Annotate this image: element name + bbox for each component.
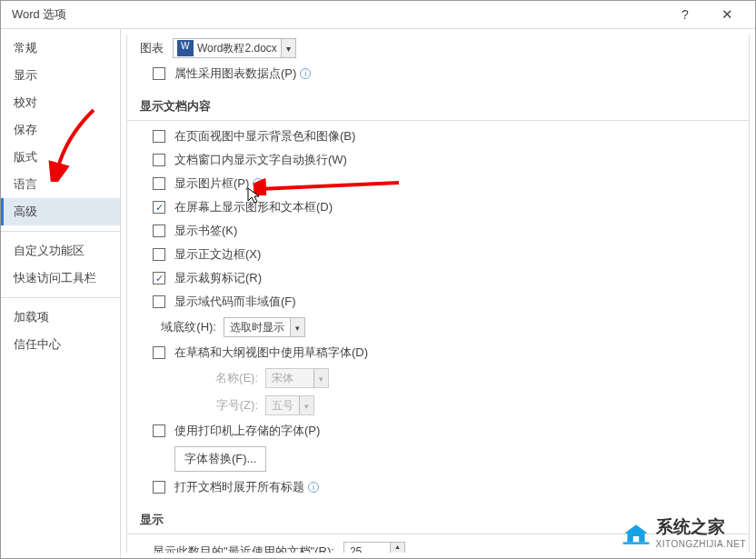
checkbox-drawings[interactable] bbox=[153, 201, 165, 214]
spinner-arrows[interactable]: ▲▼ bbox=[390, 543, 404, 553]
checkbox-chart-datapoints[interactable] bbox=[153, 67, 165, 80]
nav-display[interactable]: 显示 bbox=[1, 62, 120, 89]
checkbox-wrap[interactable] bbox=[153, 154, 165, 166]
nav-customize-ribbon[interactable]: 自定义功能区 bbox=[1, 237, 120, 265]
label-field-codes: 显示域代码而非域值(F) bbox=[174, 294, 296, 310]
label-draft-font: 在草稿和大纲视图中使用草稿字体(D) bbox=[174, 344, 368, 361]
draft-font-name-dropdown: 宋体 ▾ bbox=[265, 368, 329, 388]
recent-docs-spinner[interactable]: 25 ▲▼ bbox=[343, 542, 405, 553]
watermark-title: 系统之家 bbox=[656, 515, 747, 539]
chevron-down-icon[interactable]: ▾ bbox=[281, 39, 295, 57]
checkbox-expand-headings[interactable] bbox=[153, 481, 165, 494]
draft-font-size-label: 字号(Z): bbox=[194, 397, 258, 414]
label-expand-headings: 打开文档时展开所有标题 bbox=[174, 479, 304, 495]
nav-divider bbox=[1, 231, 120, 232]
nav-proofing[interactable]: 校对 bbox=[1, 89, 120, 116]
section-display-doc-content: 显示文档内容 bbox=[127, 91, 749, 121]
chart-section-label: 图表 bbox=[140, 40, 164, 56]
sidebar: 常规 显示 校对 保存 版式 语言 高级 自定义功能区 快速访问工具栏 加载项 … bbox=[1, 29, 121, 558]
watermark-logo-icon bbox=[622, 520, 651, 545]
nav-divider bbox=[1, 297, 120, 298]
svg-rect-0 bbox=[622, 542, 649, 544]
checkbox-bookmarks[interactable] bbox=[153, 225, 165, 237]
label-printer-fonts: 使用打印机上存储的字体(P) bbox=[174, 423, 320, 439]
info-icon[interactable]: i bbox=[308, 482, 319, 493]
font-substitution-button[interactable]: 字体替换(F)... bbox=[174, 446, 266, 472]
recent-docs-value: 25 bbox=[344, 545, 390, 553]
label-bookmarks: 显示书签(K) bbox=[174, 223, 237, 239]
draft-font-name-value: 宋体 bbox=[266, 371, 313, 386]
checkbox-picture-placeholders[interactable] bbox=[153, 177, 165, 190]
checkbox-text-boundaries[interactable] bbox=[153, 248, 165, 261]
label-bg-images: 在页面视图中显示背景色和图像(B) bbox=[174, 128, 355, 145]
watermark: 系统之家 XITONGZHIJIA.NET bbox=[622, 515, 747, 549]
nav-addins[interactable]: 加载项 bbox=[1, 304, 120, 331]
word-doc-icon bbox=[177, 40, 194, 56]
watermark-url: XITONGZHIJIA.NET bbox=[656, 539, 747, 549]
label-drawings: 在屏幕上显示图形和文本框(D) bbox=[174, 199, 333, 215]
nav-quick-access[interactable]: 快速访问工具栏 bbox=[1, 265, 120, 292]
chevron-down-icon: ▾ bbox=[313, 369, 328, 387]
chevron-down-icon[interactable]: ▾ bbox=[290, 318, 304, 336]
chevron-down-icon: ▾ bbox=[299, 396, 313, 414]
content-panel: 图表 Word教程2.docx ▾ 属性采用图表数据点(P) i 显示文档内容 … bbox=[126, 35, 750, 553]
checkbox-field-codes[interactable] bbox=[153, 295, 165, 308]
info-icon[interactable]: i bbox=[253, 178, 264, 189]
draft-font-size-dropdown: 五号 ▾ bbox=[265, 395, 314, 415]
checkbox-printer-fonts[interactable] bbox=[153, 424, 165, 437]
field-shading-value: 选取时显示 bbox=[224, 320, 290, 335]
help-button[interactable]: ? bbox=[664, 7, 706, 22]
field-shading-label: 域底纹(H): bbox=[153, 319, 216, 335]
recent-docs-label: 显示此数目的"最近使用的文档"(R): bbox=[153, 544, 334, 553]
checkbox-draft-font[interactable] bbox=[153, 346, 165, 359]
info-icon[interactable]: i bbox=[300, 68, 311, 79]
document-name: Word教程2.docx bbox=[197, 41, 281, 56]
label-text-boundaries: 显示正文边框(X) bbox=[174, 246, 261, 263]
field-shading-dropdown[interactable]: 选取时显示 ▾ bbox=[224, 317, 305, 337]
nav-trust-center[interactable]: 信任中心 bbox=[1, 331, 120, 358]
draft-font-size-value: 五号 bbox=[266, 398, 299, 414]
window-title: Word 选项 bbox=[12, 6, 664, 23]
nav-general[interactable]: 常规 bbox=[1, 35, 120, 62]
nav-save[interactable]: 保存 bbox=[1, 116, 120, 144]
nav-language[interactable]: 语言 bbox=[1, 171, 120, 198]
checkbox-crop-marks[interactable] bbox=[153, 272, 165, 284]
draft-font-name-label: 名称(E): bbox=[194, 370, 258, 386]
label-wrap: 文档窗口内显示文字自动换行(W) bbox=[174, 152, 347, 168]
checkbox-bg-images[interactable] bbox=[153, 130, 165, 143]
label-chart-datapoints: 属性采用图表数据点(P) bbox=[174, 65, 296, 82]
document-dropdown[interactable]: Word教程2.docx ▾ bbox=[173, 38, 296, 58]
close-button[interactable]: ✕ bbox=[706, 6, 748, 23]
label-picture-placeholders: 显示图片框(P) bbox=[174, 175, 249, 192]
nav-layout[interactable]: 版式 bbox=[1, 144, 120, 171]
label-crop-marks: 显示裁剪标记(R) bbox=[174, 270, 262, 286]
nav-advanced[interactable]: 高级 bbox=[1, 198, 120, 225]
